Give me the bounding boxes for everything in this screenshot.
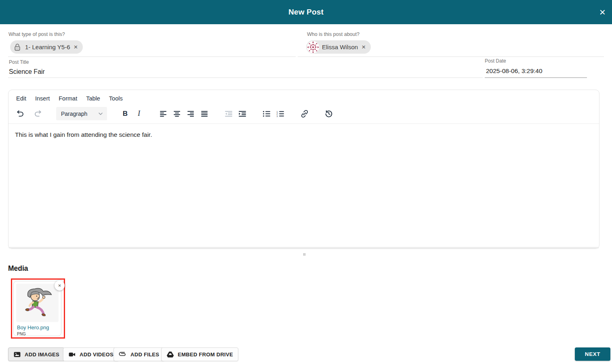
media-heading: Media	[8, 264, 28, 273]
menu-insert[interactable]: Insert	[32, 94, 53, 103]
running-boy-cartoon-image	[20, 286, 55, 320]
outdent-icon[interactable]	[222, 108, 236, 120]
add-images-button[interactable]: ADD IMAGES	[8, 347, 65, 361]
editor-statusbar	[8, 247, 599, 249]
align-right-icon[interactable]	[184, 108, 198, 120]
menu-format[interactable]: Format	[55, 94, 81, 103]
align-center-icon[interactable]	[170, 108, 184, 120]
embed-from-drive-label: EMBED FROM DRIVE	[178, 351, 233, 358]
media-filetype-label: PNG	[14, 331, 61, 336]
remove-media-icon[interactable]: ×	[55, 280, 65, 291]
numbered-list-icon[interactable]: 123	[273, 108, 287, 120]
bullet-list-icon[interactable]	[260, 108, 273, 120]
bold-icon[interactable]: B	[118, 108, 132, 120]
editor-text: This is what I gain from attending the s…	[15, 131, 152, 138]
add-files-button[interactable]: ADD FILES	[114, 347, 164, 361]
remove-post-type-icon[interactable]: ×	[74, 43, 78, 51]
modal-title: New Post	[288, 8, 324, 17]
add-files-label: ADD FILES	[130, 351, 159, 358]
format-select-value: Paragraph	[61, 111, 87, 117]
undo-icon[interactable]	[13, 108, 27, 120]
align-left-icon[interactable]	[156, 108, 170, 120]
close-icon[interactable]: ×	[599, 0, 606, 24]
post-date-label: Post Date	[485, 58, 506, 64]
menu-tools[interactable]: Tools	[105, 94, 126, 103]
svg-text:3: 3	[277, 115, 278, 117]
modal-header: New Post ×	[0, 0, 612, 24]
rich-text-editor: Edit Insert Format Table Tools Paragraph…	[8, 90, 599, 249]
editor-content-area[interactable]: This is what I gain from attending the s…	[8, 123, 599, 247]
add-videos-button[interactable]: ADD VIDEOS	[63, 347, 119, 361]
add-images-label: ADD IMAGES	[25, 351, 59, 358]
student-avatar	[307, 41, 319, 53]
video-camera-icon	[68, 351, 76, 358]
media-thumbnail	[16, 284, 59, 322]
menu-table[interactable]: Table	[82, 94, 104, 103]
restore-history-icon[interactable]	[322, 108, 336, 120]
paperclip-icon	[119, 350, 127, 358]
add-videos-label: ADD VIDEOS	[80, 351, 114, 358]
post-type-chip[interactable]: 1- Learning Y5-6 ×	[10, 40, 83, 54]
post-about-label: Who is this post about?	[307, 31, 360, 37]
media-filename-link[interactable]: Boy Hero.png	[14, 324, 61, 331]
media-item-card[interactable]: Boy Hero.png PNG	[13, 281, 61, 336]
post-title-underline	[8, 77, 483, 78]
align-justify-icon[interactable]	[198, 108, 211, 120]
editor-toolbar: Paragraph B I 123	[8, 105, 599, 123]
editor-resize-handle[interactable]	[303, 251, 307, 259]
paragraph-format-select[interactable]: Paragraph	[56, 107, 107, 120]
post-about-chip-label: Elissa Wilson	[322, 44, 358, 50]
post-title-input[interactable]: Science Fair	[9, 68, 45, 75]
indent-icon[interactable]	[236, 108, 249, 120]
post-type-chip-label: 1- Learning Y5-6	[25, 44, 70, 50]
post-date-underline	[485, 77, 587, 78]
post-date-input[interactable]: 2025-08-06, 3:29:40	[486, 67, 543, 75]
embed-from-drive-button[interactable]: EMBED FROM DRIVE	[161, 347, 238, 361]
chevron-down-icon	[98, 111, 103, 116]
google-drive-icon	[166, 351, 174, 358]
next-button[interactable]: NEXT	[575, 347, 610, 361]
link-icon[interactable]	[298, 108, 311, 120]
image-icon	[13, 351, 21, 358]
post-about-chip[interactable]: Elissa Wilson ×	[306, 40, 371, 54]
remove-post-about-icon[interactable]: ×	[362, 43, 366, 51]
italic-icon[interactable]: I	[132, 108, 146, 120]
redo-icon[interactable]	[31, 108, 45, 120]
post-title-label: Post Title	[9, 59, 29, 65]
editor-menubar: Edit Insert Format Table Tools	[8, 90, 599, 105]
post-about-field-underline	[298, 56, 604, 57]
padlock-icon	[13, 42, 22, 52]
post-type-label: What type of post is this?	[8, 31, 65, 37]
menu-edit[interactable]: Edit	[13, 94, 30, 103]
post-type-field-underline	[8, 56, 296, 57]
